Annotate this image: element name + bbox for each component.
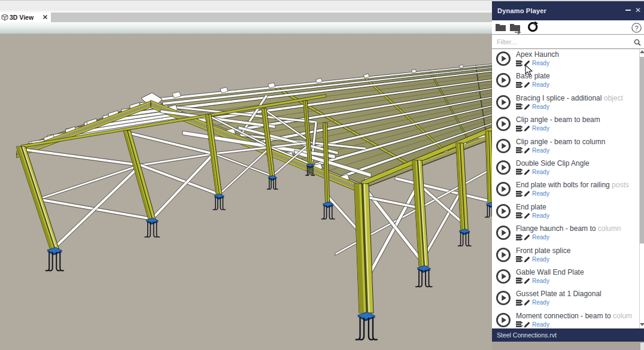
svg-text:?: ? [634, 25, 638, 32]
